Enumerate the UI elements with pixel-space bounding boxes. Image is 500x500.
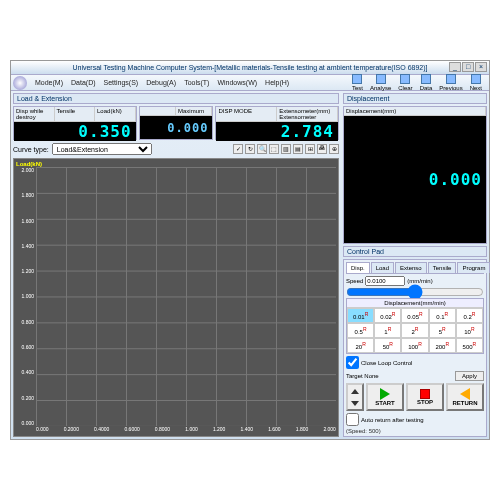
chart-zoom-icon[interactable]: 🔍 — [257, 144, 267, 154]
control-tabs: Disp. Load Extenso Tensile Program — [346, 262, 484, 274]
speed-cell[interactable]: 20R — [347, 338, 374, 353]
return-icon — [460, 388, 470, 400]
extensometer-display: DISP MODEExtensometer(mm) Extensometer 2… — [215, 106, 339, 140]
toolbar-data[interactable]: Data — [417, 74, 436, 91]
arrow-up-icon — [351, 389, 359, 394]
tab-disp[interactable]: Disp. — [346, 262, 370, 273]
minimize-button[interactable]: _ — [449, 62, 461, 72]
displacement-label: Displacement — [343, 93, 487, 104]
speed-grid: Displacement(mm/min) 0.01R0.02R0.05R0.1R… — [346, 298, 484, 354]
toolbar-clear[interactable]: Clear — [395, 74, 415, 91]
chart-tool-icon[interactable]: ⊕ — [329, 144, 339, 154]
chart-tool-icon[interactable]: ▥ — [281, 144, 291, 154]
speed-cell[interactable]: 100R — [401, 338, 428, 353]
menu-mode[interactable]: Mode(M) — [31, 79, 67, 86]
play-icon — [380, 388, 390, 400]
speed-cell[interactable]: 500R — [456, 338, 483, 353]
menu-windows[interactable]: Windows(W) — [213, 79, 261, 86]
speed-cell[interactable]: 0.2R — [456, 308, 483, 323]
apply-button[interactable]: Apply — [455, 371, 484, 381]
speed-cell[interactable]: 0.5R — [347, 323, 374, 338]
window-title: Universal Testing Machine Computer Syste… — [72, 64, 427, 71]
extensometer-value: 2.784 — [216, 122, 338, 141]
displacement-display: Displacement(mm) 0.000 — [343, 106, 487, 244]
menu-bar: Mode(M) Data(D) Settings(S) Debug(A) Too… — [11, 75, 489, 91]
speed-cell[interactable]: 10R — [456, 323, 483, 338]
chart-tool-icon[interactable]: ✓ — [233, 144, 243, 154]
analyse-icon — [376, 74, 386, 84]
load-value: 0.350 — [14, 122, 136, 141]
previous-icon — [446, 74, 456, 84]
chart-area[interactable]: Load(kN) Extension(mm) 0.0000.2000.4000.… — [13, 158, 339, 437]
speed-cell[interactable]: 200R — [429, 338, 456, 353]
toolbar-next[interactable]: Next — [467, 74, 485, 91]
speed-note: (Speed: 500) — [346, 428, 484, 434]
curve-type-select[interactable]: Load&Extension — [52, 143, 152, 155]
chart-tool-icon[interactable]: ⬚ — [269, 144, 279, 154]
stop-button[interactable]: STOP — [406, 383, 444, 411]
arrow-down-icon — [351, 401, 359, 406]
chart-tool-icon[interactable]: ⊞ — [305, 144, 315, 154]
speed-cell[interactable]: 2R — [401, 323, 428, 338]
displacement-value: 0.000 — [344, 116, 486, 243]
next-icon — [471, 74, 481, 84]
auto-return-checkbox[interactable] — [346, 413, 359, 426]
speed-cell[interactable]: 0.1R — [429, 308, 456, 323]
return-button[interactable]: RETURN — [446, 383, 484, 411]
max-value: 0.000 — [140, 116, 213, 139]
menu-debug[interactable]: Debug(A) — [142, 79, 180, 86]
chart-tool-icon[interactable]: ↻ — [245, 144, 255, 154]
speed-cell[interactable]: 0.02R — [374, 308, 401, 323]
speed-grid-title: Displacement(mm/min) — [347, 299, 483, 308]
menu-data[interactable]: Data(D) — [67, 79, 100, 86]
chart-tool-icon[interactable]: ▤ — [293, 144, 303, 154]
speed-slider[interactable] — [346, 288, 484, 296]
toolbar-analyse[interactable]: Analyse — [367, 74, 394, 91]
maximize-button[interactable]: □ — [462, 62, 474, 72]
speed-cell[interactable]: 1R — [374, 323, 401, 338]
menu-settings[interactable]: Settings(S) — [100, 79, 143, 86]
clear-icon — [400, 74, 410, 84]
toolbar-previous[interactable]: Previous — [436, 74, 465, 91]
speed-cell[interactable]: 50R — [374, 338, 401, 353]
title-bar: Universal Testing Machine Computer Syste… — [11, 61, 489, 75]
stop-icon — [420, 389, 430, 399]
close-loop-checkbox[interactable] — [346, 356, 359, 369]
tab-tensile[interactable]: Tensile — [428, 262, 457, 273]
speed-cell[interactable]: 0.05R — [401, 308, 428, 323]
menu-tools[interactable]: Tools(T) — [180, 79, 213, 86]
chart-print-icon[interactable]: 🖶 — [317, 144, 327, 154]
chart-plot — [36, 167, 336, 426]
speed-cell[interactable]: 5R — [429, 323, 456, 338]
load-extension-label: Load & Extension — [13, 93, 339, 104]
target-none-label: Target None — [346, 373, 379, 379]
jog-arrows[interactable] — [346, 383, 364, 411]
load-display: Disp while destroyTensileLoad(kN) 0.350 — [13, 106, 137, 140]
app-logo-icon — [13, 76, 27, 90]
curve-type-label: Curve type: — [13, 146, 49, 153]
tab-extenso[interactable]: Extenso — [395, 262, 427, 273]
control-pad-label: Control Pad — [343, 246, 487, 257]
menu-help[interactable]: Help(H) — [261, 79, 293, 86]
close-button[interactable]: × — [475, 62, 487, 72]
tab-program[interactable]: Program — [457, 262, 490, 273]
data-icon — [421, 74, 431, 84]
start-button[interactable]: START — [366, 383, 404, 411]
toolbar-test[interactable]: Test — [349, 74, 366, 91]
speed-cell[interactable]: 0.01R — [347, 308, 374, 323]
max-display: Maximum 0.000 — [139, 106, 214, 140]
tab-load[interactable]: Load — [371, 262, 394, 273]
test-icon — [352, 74, 362, 84]
